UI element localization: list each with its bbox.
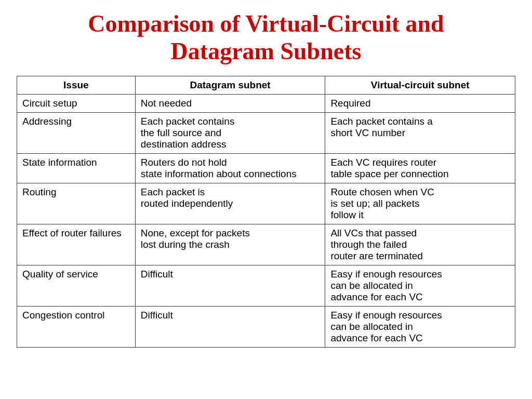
cell-issue-3: Routing bbox=[17, 183, 136, 224]
cell-vc-0: Required bbox=[325, 94, 515, 112]
page-title: Comparison of Virtual-Circuit and Datagr… bbox=[88, 10, 444, 65]
cell-issue-4: Effect of router failures bbox=[17, 224, 136, 265]
table-row: State informationRouters do not holdstat… bbox=[17, 153, 515, 183]
cell-datagram-4: None, except for packetslost during the … bbox=[135, 224, 325, 265]
table-row: AddressingEach packet containsthe full s… bbox=[17, 112, 515, 153]
col-header-datagram: Datagram subnet bbox=[135, 76, 325, 94]
cell-vc-4: All VCs that passedthrough the failedrou… bbox=[325, 224, 515, 265]
cell-datagram-3: Each packet isrouted independently bbox=[135, 183, 325, 224]
cell-issue-1: Addressing bbox=[17, 112, 136, 153]
col-header-vc: Virtual-circuit subnet bbox=[325, 76, 515, 94]
cell-datagram-1: Each packet containsthe full source andd… bbox=[135, 112, 325, 153]
table-row: Quality of serviceDifficultEasy if enoug… bbox=[17, 265, 515, 306]
table-row: Effect of router failuresNone, except fo… bbox=[17, 224, 515, 265]
comparison-table: Issue Datagram subnet Virtual-circuit su… bbox=[17, 76, 515, 348]
cell-vc-3: Route chosen when VCis set up; all packe… bbox=[325, 183, 515, 224]
cell-vc-2: Each VC requires routertable space per c… bbox=[325, 153, 515, 183]
cell-datagram-6: Difficult bbox=[135, 306, 325, 347]
cell-issue-6: Congestion control bbox=[17, 306, 136, 347]
table-header-row: Issue Datagram subnet Virtual-circuit su… bbox=[17, 76, 515, 94]
cell-datagram-0: Not needed bbox=[135, 94, 325, 112]
cell-datagram-5: Difficult bbox=[135, 265, 325, 306]
col-header-issue: Issue bbox=[17, 76, 136, 94]
cell-vc-5: Easy if enough resourcescan be allocated… bbox=[325, 265, 515, 306]
table-row: RoutingEach packet isrouted independentl… bbox=[17, 183, 515, 224]
cell-issue-5: Quality of service bbox=[17, 265, 136, 306]
cell-issue-0: Circuit setup bbox=[17, 94, 136, 112]
cell-datagram-2: Routers do not holdstate information abo… bbox=[135, 153, 325, 183]
cell-issue-2: State information bbox=[17, 153, 136, 183]
cell-vc-6: Easy if enough resourcescan be allocated… bbox=[325, 306, 515, 347]
table-row: Circuit setupNot neededRequired bbox=[17, 94, 515, 112]
table-row: Congestion controlDifficultEasy if enoug… bbox=[17, 306, 515, 347]
cell-vc-1: Each packet contains ashort VC number bbox=[325, 112, 515, 153]
